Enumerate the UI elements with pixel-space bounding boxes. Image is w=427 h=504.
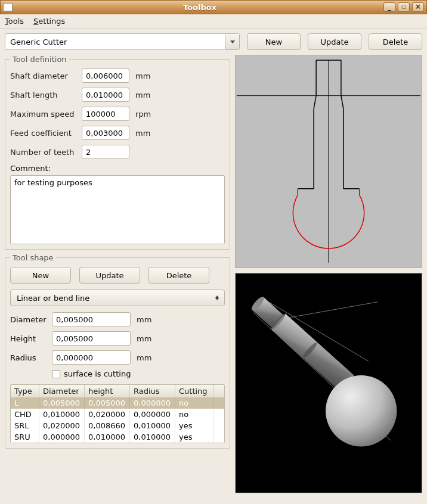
shaft-diameter-label: Shaft diameter bbox=[10, 71, 82, 80]
close-button[interactable]: × bbox=[412, 2, 424, 12]
cell-type: CHD bbox=[11, 409, 39, 420]
shape-diameter-input[interactable]: 0,005000 bbox=[52, 312, 131, 326]
cell-type: SRU bbox=[11, 431, 39, 443]
cell-height: 0,005000 bbox=[85, 397, 130, 409]
th-height[interactable]: height bbox=[85, 385, 130, 397]
shape-type-value: Linear or bend line bbox=[17, 294, 212, 303]
cell-radius: 0,010000 bbox=[130, 431, 175, 443]
cell-height: 0,008660 bbox=[85, 420, 130, 431]
cell-height: 0,020000 bbox=[85, 409, 130, 420]
tool-shape-group: Tool shape New Update Delete Linear or b… bbox=[5, 253, 230, 449]
unit-rpm: rpm bbox=[135, 110, 151, 119]
table-row[interactable]: SRU0,0000000,0100000,010000yes bbox=[11, 431, 224, 443]
cell-diameter: 0,020000 bbox=[39, 420, 85, 431]
svg-point-21 bbox=[326, 375, 397, 446]
menu-tools[interactable]: Tools bbox=[5, 17, 24, 26]
shape-height-input[interactable]: 0,005000 bbox=[52, 331, 131, 346]
cell-cutting: yes bbox=[175, 420, 214, 431]
cell-cutting: no bbox=[175, 409, 214, 420]
minimize-button[interactable]: _ bbox=[383, 2, 395, 12]
cell-type: L bbox=[11, 397, 39, 409]
update-shape-button[interactable]: Update bbox=[79, 267, 140, 284]
teeth-input[interactable]: 2 bbox=[82, 145, 129, 159]
cell-radius: 0,000000 bbox=[130, 409, 175, 420]
surface-cutting-checkbox[interactable] bbox=[52, 370, 60, 378]
tool-2d-preview bbox=[235, 55, 422, 268]
menu-settings[interactable]: Settings bbox=[33, 17, 65, 26]
tool-definition-group: Tool definition Shaft diameter 0,006000 … bbox=[5, 55, 230, 250]
new-shape-button[interactable]: New bbox=[10, 267, 71, 284]
svg-line-5 bbox=[314, 96, 316, 109]
shape-diameter-label: Diameter bbox=[10, 315, 52, 324]
shaft-length-label: Shaft length bbox=[10, 91, 82, 99]
unit-mm: mm bbox=[135, 91, 150, 99]
feed-coefficient-label: Feed coefficient bbox=[10, 129, 82, 138]
table-row[interactable]: SRL0,0200000,0086600,010000yes bbox=[11, 420, 224, 431]
tool-shape-legend: Tool shape bbox=[10, 253, 56, 262]
svg-rect-18 bbox=[271, 313, 354, 391]
comment-label: Comment: bbox=[10, 164, 225, 173]
shape-height-label: Height bbox=[10, 334, 52, 343]
th-radius[interactable]: Radius bbox=[130, 385, 175, 397]
titlebar: Toolbox _ ▢ × bbox=[0, 0, 427, 14]
chevron-down-icon bbox=[225, 34, 239, 49]
unit-mm: mm bbox=[137, 353, 151, 362]
shape-type-select[interactable]: Linear or bend line bbox=[10, 290, 225, 306]
table-row[interactable]: CHD0,0100000,0200000,000000no bbox=[11, 409, 224, 420]
cell-radius: 0,010000 bbox=[130, 420, 175, 431]
new-tool-button[interactable]: New bbox=[247, 33, 301, 50]
unit-mm: mm bbox=[137, 334, 151, 343]
update-tool-button[interactable]: Update bbox=[308, 33, 361, 50]
delete-tool-button[interactable]: Delete bbox=[369, 33, 422, 50]
cell-cutting: yes bbox=[175, 431, 214, 443]
th-diameter[interactable]: Diameter bbox=[39, 385, 85, 397]
shape-table: Type Diameter height Radius Cutting L0,0… bbox=[10, 384, 225, 443]
maximize-button[interactable]: ▢ bbox=[398, 2, 410, 12]
unit-mm: mm bbox=[135, 129, 150, 138]
comment-textarea[interactable]: for testing purposes bbox=[10, 175, 225, 244]
cell-height: 0,010000 bbox=[85, 431, 130, 443]
cell-diameter: 0,010000 bbox=[39, 409, 85, 420]
app-icon bbox=[3, 3, 13, 11]
svg-line-14 bbox=[284, 302, 378, 319]
tool-3d-preview[interactable] bbox=[235, 273, 422, 493]
cell-radius: 0,000000 bbox=[130, 397, 175, 409]
unit-mm: mm bbox=[137, 315, 151, 324]
max-speed-input[interactable]: 100000 bbox=[82, 107, 129, 121]
shape-radius-input[interactable]: 0,000000 bbox=[52, 350, 131, 365]
shaft-diameter-input[interactable]: 0,006000 bbox=[82, 69, 129, 83]
cell-diameter: 0,000000 bbox=[39, 431, 85, 443]
window-title: Toolbox bbox=[16, 3, 383, 12]
teeth-label: Number of teeth bbox=[10, 148, 82, 157]
max-speed-label: Maximum speed bbox=[10, 110, 82, 119]
svg-line-6 bbox=[341, 96, 344, 109]
th-type[interactable]: Type bbox=[11, 385, 39, 397]
cell-cutting: no bbox=[175, 397, 214, 409]
tool-selector-combo[interactable]: Generic Cutter bbox=[5, 33, 240, 50]
unit-mm: mm bbox=[135, 71, 150, 80]
surface-cutting-label: surface is cutting bbox=[64, 369, 131, 378]
cell-diameter: 0,005000 bbox=[39, 397, 85, 409]
updown-icon bbox=[212, 295, 222, 300]
feed-coefficient-input[interactable]: 0,003000 bbox=[82, 126, 129, 140]
menubar: Tools Settings bbox=[0, 14, 427, 29]
table-row[interactable]: L0,0050000,0050000,000000no bbox=[11, 397, 224, 409]
shaft-length-input[interactable]: 0,010000 bbox=[82, 88, 129, 102]
shape-radius-label: Radius bbox=[10, 353, 52, 362]
tool-definition-legend: Tool definition bbox=[10, 55, 69, 64]
cell-type: SRL bbox=[11, 420, 39, 431]
tool-selector-value: Generic Cutter bbox=[5, 38, 225, 46]
delete-shape-button[interactable]: Delete bbox=[148, 267, 209, 284]
th-cutting[interactable]: Cutting bbox=[175, 385, 214, 397]
